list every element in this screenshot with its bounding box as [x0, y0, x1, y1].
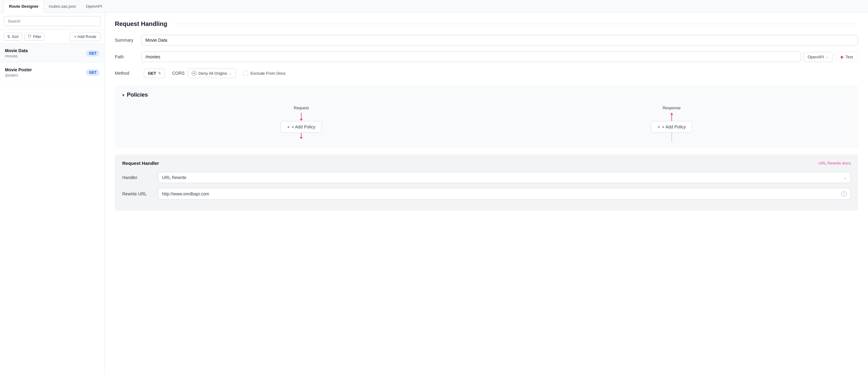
path-row: Path OpenAPI ⌄ ◆ Test: [115, 52, 858, 62]
route-info: Movie Data /movies: [5, 48, 28, 58]
request-policy-column: Request + + Add Policy: [281, 105, 322, 139]
tab-route-designer[interactable]: Route Designer: [4, 0, 44, 13]
rewrite-url-row: Rewrite URL http://www.omdbapi.com ?: [122, 188, 851, 200]
section-title-text: Request Handling: [115, 20, 167, 28]
cors-label: CORS: [172, 71, 185, 75]
add-policy-label: + Add Policy: [662, 124, 686, 129]
method-badge-get: GET: [86, 50, 100, 57]
add-route-label: + Add Route: [74, 34, 96, 39]
openapi-label: OpenAPI: [807, 55, 824, 59]
arrow-up-icon: [670, 113, 673, 115]
exclude-docs-checkbox[interactable]: [243, 71, 248, 75]
method-row: Method GET ⇅ CORS Deny All Origins ⌄ Exc…: [115, 68, 858, 78]
rewrite-url-text: http://www.omdbapi.com: [162, 191, 839, 196]
policies-columns: Request + + Add Policy: [122, 105, 851, 142]
sort-label: Sort: [12, 35, 19, 39]
policies-title: Policies: [127, 92, 148, 98]
route-item-movie-data[interactable]: Movie Data /movies GET: [0, 44, 105, 63]
tab-routes-oas[interactable]: routes.oas.json: [44, 0, 81, 13]
add-policy-label: + Add Policy: [291, 124, 315, 129]
policies-section: ▾ Policies Request + + Add Policy: [115, 86, 858, 148]
response-col-title: Response: [663, 105, 681, 110]
method-badge-get: GET: [86, 69, 100, 75]
handler-section: Request Handler URL Rewrite docs Handler…: [115, 154, 858, 211]
add-policy-plus: +: [657, 124, 660, 129]
deny-icon: [192, 71, 197, 75]
method-value: GET: [148, 71, 156, 75]
chevron-down-icon: ⌄: [844, 176, 847, 180]
rewrite-url-wrapper: http://www.omdbapi.com ?: [158, 188, 851, 200]
handler-header: Request Handler URL Rewrite docs: [122, 160, 851, 166]
diamond-icon: ◆: [840, 54, 844, 59]
cors-value: Deny All Origins: [198, 71, 227, 75]
sidebar: ⇅ Sort ⛉ Filter + Add Route Movie Data /…: [0, 13, 105, 375]
rewrite-url-label: Rewrite URL: [122, 191, 153, 196]
filter-button[interactable]: ⛉ Filter: [24, 33, 45, 41]
path-label: Path: [115, 54, 136, 59]
route-list: Movie Data /movies GET Movie Poster /pos…: [0, 44, 105, 375]
search-container: [0, 13, 105, 30]
chevron-down-icon: ⌄: [826, 55, 829, 59]
search-input[interactable]: [4, 16, 101, 26]
route-path: /posters: [5, 73, 32, 77]
connector-line: [301, 113, 302, 119]
handler-label: Handler: [122, 175, 153, 180]
route-name: Movie Poster: [5, 67, 32, 72]
request-col-title: Request: [294, 105, 309, 110]
connector-line: [671, 115, 672, 121]
handler-docs-link[interactable]: URL Rewrite docs: [818, 161, 851, 165]
exclude-docs-label: Exclude From Docs: [251, 71, 285, 75]
handler-title: Request Handler: [122, 160, 159, 166]
up-down-arrows-icon: ⇅: [158, 71, 161, 75]
cors-select[interactable]: Deny All Origins ⌄: [188, 68, 236, 78]
path-input-wrapper: OpenAPI ⌄ ◆ Test: [142, 52, 858, 62]
arrow-down-icon: [300, 137, 303, 139]
layout: ⇅ Sort ⛉ Filter + Add Route Movie Data /…: [0, 13, 868, 375]
test-label: Test: [845, 55, 853, 59]
test-button[interactable]: ◆ Test: [835, 52, 858, 62]
main-content: Request Handling Summary Path OpenAPI ⌄ …: [105, 13, 868, 375]
request-bottom-connector: [300, 133, 303, 139]
exclude-docs-group: Exclude From Docs: [243, 71, 285, 75]
add-response-policy-button[interactable]: + + Add Policy: [651, 121, 692, 133]
sort-button[interactable]: ⇅ Sort: [4, 33, 22, 41]
method-select[interactable]: GET ⇅: [144, 68, 165, 78]
handler-row: Handler URL Rewrite ⌄: [122, 172, 851, 183]
route-info: Movie Poster /posters: [5, 67, 32, 77]
filter-icon: ⛉: [28, 35, 31, 39]
arrow-down-icon: [300, 119, 303, 121]
tab-openapi[interactable]: OpenAPI: [81, 0, 107, 13]
route-path: /movies: [5, 54, 28, 58]
summary-row: Summary: [115, 35, 858, 45]
add-route-button[interactable]: + Add Route: [69, 32, 101, 41]
request-top-connector: [300, 113, 303, 121]
path-input[interactable]: [142, 52, 801, 62]
response-top-connector: [670, 113, 673, 121]
response-policy-column: Response + + Add Policy: [651, 105, 692, 142]
tabs-bar: Route Designer routes.oas.json OpenAPI: [0, 0, 868, 13]
cors-group: CORS Deny All Origins ⌄: [172, 68, 236, 78]
policies-header: ▾ Policies: [122, 92, 851, 98]
add-request-policy-button[interactable]: + + Add Policy: [281, 121, 322, 133]
openapi-select[interactable]: OpenAPI ⌄: [804, 52, 833, 62]
route-item-movie-poster[interactable]: Movie Poster /posters GET: [0, 63, 105, 82]
sort-icon: ⇅: [7, 35, 10, 39]
filter-label: Filter: [33, 35, 41, 39]
summary-input[interactable]: [142, 35, 858, 45]
chevron-down-icon: ⌄: [229, 71, 232, 75]
chevron-icon[interactable]: ▾: [122, 93, 124, 98]
response-bottom-connector: [671, 133, 672, 142]
connector-line: [671, 133, 672, 142]
section-title: Request Handling: [115, 20, 858, 28]
toolbar: ⇅ Sort ⛉ Filter + Add Route: [0, 30, 105, 44]
add-policy-plus: +: [287, 124, 289, 129]
summary-label: Summary: [115, 38, 136, 42]
help-icon[interactable]: ?: [841, 191, 847, 197]
route-name: Movie Data: [5, 48, 28, 53]
method-label: Method: [115, 71, 136, 75]
connector-line: [301, 133, 302, 137]
handler-select[interactable]: URL Rewrite ⌄: [158, 172, 851, 183]
handler-value: URL Rewrite: [162, 175, 186, 180]
